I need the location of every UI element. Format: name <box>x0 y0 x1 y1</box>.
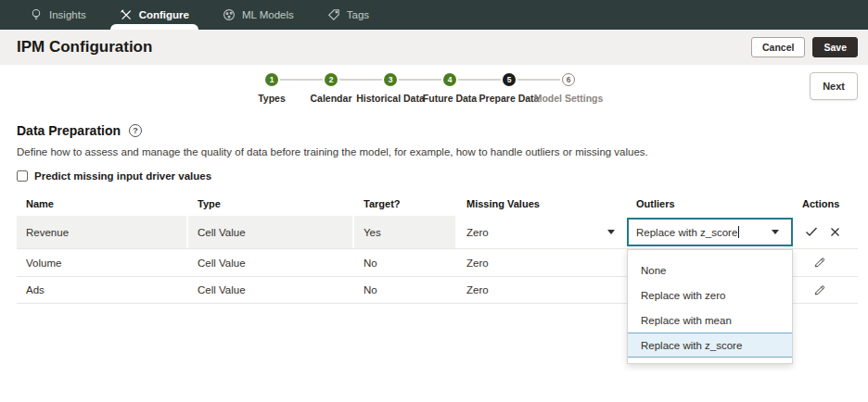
step-label: Prepare Data <box>479 93 540 104</box>
step-calendar[interactable]: 2 Calendar <box>301 73 361 104</box>
chevron-down-icon <box>607 230 615 234</box>
step-label: Future Data <box>423 93 477 104</box>
edit-icon[interactable] <box>813 257 825 269</box>
top-navbar: Insights Configure ML Models <box>0 0 868 30</box>
dropdown-option-replace-with-zero[interactable]: Replace with zero <box>628 283 792 308</box>
column-header-actions: Actions <box>793 198 858 209</box>
step-label: Types <box>258 93 286 104</box>
column-header-missing-values: Missing Values <box>457 198 627 209</box>
step-label: Model Settings <box>534 93 604 104</box>
ipm-configuration-page: Insights Configure ML Models <box>0 0 868 402</box>
outliers-dropdown-panel: None Replace with zero Replace with mean… <box>627 249 793 364</box>
nav-label: Tags <box>347 9 369 20</box>
nav-label: ML Models <box>242 9 294 20</box>
outliers-combobox[interactable]: Replace with z_score <box>627 218 793 246</box>
close-icon[interactable] <box>830 227 840 237</box>
step-circle: 4 <box>443 73 456 86</box>
step-circle: 5 <box>503 73 516 86</box>
step-circle: 6 <box>562 73 575 86</box>
edit-icon[interactable] <box>813 284 825 296</box>
ml-models-icon <box>223 8 236 21</box>
nav-label: Configure <box>139 9 189 20</box>
cell-name: Ads <box>17 277 188 303</box>
cell-target: No <box>354 277 457 303</box>
step-connector <box>517 79 560 81</box>
confirm-icon[interactable] <box>805 227 818 237</box>
cell-outliers: Replace with z_score <box>627 216 793 248</box>
dropdown-option-none[interactable]: None <box>628 258 792 283</box>
outliers-value: Replace with z_score <box>636 227 737 238</box>
nav-item-configure[interactable]: Configure <box>112 0 197 30</box>
column-header-name: Name <box>17 198 188 209</box>
nav-item-ml-models[interactable]: ML Models <box>215 0 301 30</box>
step-connector <box>280 79 323 81</box>
insights-icon <box>30 8 43 21</box>
missing-values-value: Zero <box>466 227 489 238</box>
section-description: Define how to assess and manage the qual… <box>17 146 648 157</box>
column-header-target: Target? <box>354 198 457 209</box>
chevron-down-icon <box>772 230 779 234</box>
cell-actions <box>793 277 858 303</box>
help-icon[interactable]: ? <box>129 124 142 137</box>
configure-icon <box>120 8 133 21</box>
cell-target: Yes <box>354 216 457 248</box>
cell-name: Volume <box>17 249 188 276</box>
nav-item-tags[interactable]: Tags <box>320 0 377 30</box>
step-label: Historical Data <box>356 93 425 104</box>
column-header-outliers: Outliers <box>627 198 793 209</box>
column-header-type: Type <box>188 198 354 209</box>
cell-missing-values: Zero <box>457 249 627 276</box>
step-future-data[interactable]: 4 Future Data <box>420 73 479 104</box>
cell-name: Revenue <box>17 216 188 248</box>
step-label: Calendar <box>311 93 352 104</box>
page-title: IPM Configuration <box>17 38 751 57</box>
predict-missing-checkbox-row: Predict missing input driver values <box>17 170 211 182</box>
missing-values-select[interactable]: Zero <box>457 216 627 248</box>
section-title: Data Preparation ? <box>17 123 142 138</box>
table-header-row: Name Type Target? Missing Values Outlier… <box>17 192 858 216</box>
nav-label: Insights <box>49 9 86 20</box>
wizard-stepper: 1 Types 2 Calendar 3 Historical Data 4 F… <box>242 73 598 104</box>
dropdown-option-replace-with-mean[interactable]: Replace with mean <box>628 308 792 333</box>
table-row-revenue: Revenue Cell Value Yes Zero Replace with… <box>17 216 858 248</box>
nav-item-insights[interactable]: Insights <box>22 0 94 30</box>
cell-type: Cell Value <box>188 277 354 303</box>
save-button[interactable]: Save <box>812 37 858 57</box>
checkbox-label: Predict missing input driver values <box>34 170 211 182</box>
cell-actions <box>793 216 858 248</box>
text-cursor <box>738 226 739 238</box>
step-circle: 1 <box>265 73 278 86</box>
next-button[interactable]: Next <box>810 72 858 100</box>
cell-type: Cell Value <box>188 249 354 276</box>
cell-target: No <box>354 249 457 276</box>
page-header: IPM Configuration Cancel Save <box>0 30 868 65</box>
step-connector <box>339 79 382 81</box>
cell-missing-values: Zero <box>457 277 627 303</box>
step-circle: 3 <box>384 73 397 86</box>
step-types[interactable]: 1 Types <box>242 73 301 104</box>
step-connector <box>399 79 441 81</box>
cell-actions <box>793 249 858 276</box>
predict-missing-checkbox[interactable] <box>17 170 28 182</box>
step-model-settings[interactable]: 6 Model Settings <box>539 73 598 104</box>
tags-icon <box>327 8 340 21</box>
cell-type: Cell Value <box>188 216 354 248</box>
cancel-button[interactable]: Cancel <box>751 37 805 57</box>
step-connector <box>458 79 501 81</box>
step-historical-data[interactable]: 3 Historical Data <box>361 73 420 104</box>
step-circle: 2 <box>325 73 338 86</box>
step-prepare-data[interactable]: 5 Prepare Data <box>479 73 539 104</box>
dropdown-option-replace-with-z-score[interactable]: Replace with z_score <box>628 333 792 358</box>
section-title-text: Data Preparation <box>17 123 121 138</box>
